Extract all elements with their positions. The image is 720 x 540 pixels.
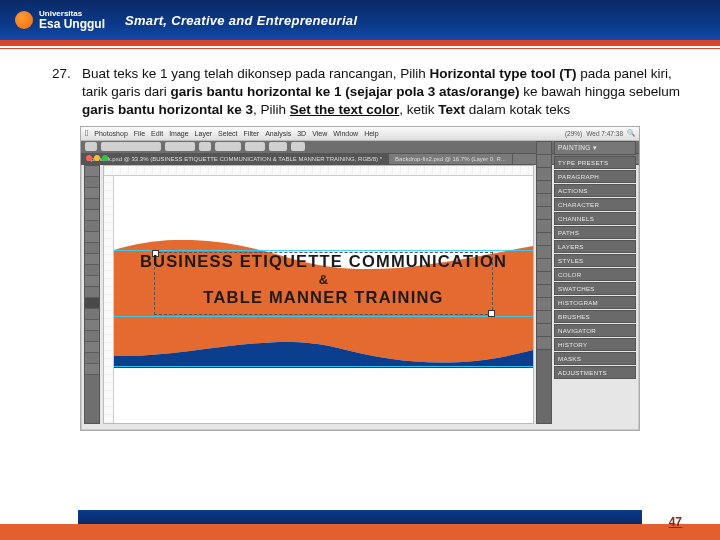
panel-channels[interactable]: CHANNELS <box>554 212 636 225</box>
text-color-swatch[interactable] <box>291 142 305 151</box>
shape-tool[interactable] <box>85 320 99 331</box>
marquee-tool[interactable] <box>85 177 99 188</box>
slide-footer: 47 <box>0 510 720 540</box>
panel-icon[interactable] <box>537 246 551 259</box>
tool-preset[interactable] <box>85 142 97 151</box>
footer-orange-bar <box>0 524 720 540</box>
brush-tool[interactable] <box>85 232 99 243</box>
type-tool[interactable] <box>85 298 99 309</box>
panel-paragraph[interactable]: PARAGRAPH <box>554 170 636 183</box>
font-size-select[interactable] <box>215 142 241 151</box>
logo-icon <box>15 11 33 29</box>
panel-icon[interactable] <box>537 298 551 311</box>
quick-mask[interactable] <box>85 364 99 375</box>
zoom-tool[interactable] <box>85 342 99 353</box>
panel-icon[interactable] <box>537 272 551 285</box>
window-controls <box>86 155 108 161</box>
banner-text-layer[interactable]: BUSINESS ETIQUETTE COMMUNICATION & TABLE… <box>114 252 533 307</box>
footer-blue-bar <box>78 510 642 524</box>
antialias-select[interactable] <box>245 142 265 151</box>
panel-styles[interactable]: STYLES <box>554 254 636 267</box>
menu-window[interactable]: Window <box>333 130 358 137</box>
panel-layers[interactable]: LAYERS <box>554 240 636 253</box>
panel-icon[interactable] <box>537 259 551 272</box>
ruler-vertical[interactable] <box>104 176 114 423</box>
stamp-tool[interactable] <box>85 243 99 254</box>
panel-navigator[interactable]: NAVIGATOR <box>554 324 636 337</box>
panel-icon[interactable] <box>537 285 551 298</box>
banner-line-1: BUSINESS ETIQUETTE COMMUNICATION <box>114 252 533 271</box>
close-icon[interactable] <box>86 155 92 161</box>
panel-icon[interactable] <box>537 155 551 168</box>
font-family-select[interactable] <box>101 142 161 151</box>
panel-icon[interactable] <box>537 337 551 350</box>
menu-photoshop[interactable]: Photoshop <box>94 130 127 137</box>
menu-3d[interactable]: 3D <box>297 130 306 137</box>
brand-logo: Universitas Esa Unggul <box>15 10 105 30</box>
menu-analysis[interactable]: Analysis <box>265 130 291 137</box>
hand-tool[interactable] <box>85 331 99 342</box>
panel-character[interactable]: CHARACTER <box>554 198 636 211</box>
document-tab-1[interactable]: Spanduk.psd @ 33.3% (BUSINESS ETIQUETTE … <box>81 154 389 164</box>
panel-masks[interactable]: MASKS <box>554 352 636 365</box>
panel-icon[interactable] <box>537 311 551 324</box>
lasso-tool[interactable] <box>85 188 99 199</box>
workspace-switcher[interactable]: PAINTING ▾ <box>554 141 636 155</box>
eyedropper-tool[interactable] <box>85 221 99 232</box>
eraser-tool[interactable] <box>85 254 99 265</box>
panel-actions[interactable]: ACTIONS <box>554 184 636 197</box>
tool-panel <box>84 165 100 424</box>
guide-2[interactable] <box>114 316 533 317</box>
panel-icon-strip <box>536 141 552 424</box>
panel-paths[interactable]: PATHS <box>554 226 636 239</box>
instruction-block: 27. Buat teks ke 1 yang telah dikonsep p… <box>0 49 720 126</box>
move-tool[interactable] <box>85 166 99 177</box>
menu-layer[interactable]: Layer <box>195 130 213 137</box>
menu-view[interactable]: View <box>312 130 327 137</box>
gradient-tool[interactable] <box>85 265 99 276</box>
banner-ampersand: & <box>114 272 533 287</box>
panel-history[interactable]: HISTORY <box>554 338 636 351</box>
text-align-buttons[interactable] <box>269 142 287 151</box>
menubar-clock: Wed 7:47:38 <box>586 130 623 137</box>
ruler-horizontal[interactable] <box>104 166 533 176</box>
menu-help[interactable]: Help <box>364 130 378 137</box>
panel-icon[interactable] <box>537 194 551 207</box>
blur-tool[interactable] <box>85 276 99 287</box>
panel-histogram[interactable]: HISTOGRAM <box>554 296 636 309</box>
spotlight-icon[interactable]: 🔍 <box>627 129 635 137</box>
panel-icon[interactable] <box>537 324 551 337</box>
panel-label-strip: PAINTING ▾ TYPE PRESETS PARAGRAPH ACTION… <box>554 141 636 424</box>
menu-file[interactable]: File <box>134 130 145 137</box>
apple-icon[interactable]:  <box>85 128 88 138</box>
menu-edit[interactable]: Edit <box>151 130 163 137</box>
pen-tool[interactable] <box>85 287 99 298</box>
slide-header: Universitas Esa Unggul Smart, Creative a… <box>0 0 720 40</box>
step-number: 27. <box>52 65 71 83</box>
panel-brushes[interactable]: BRUSHES <box>554 310 636 323</box>
panel-icon[interactable] <box>537 233 551 246</box>
panel-icon[interactable] <box>537 168 551 181</box>
font-style-select[interactable] <box>165 142 195 151</box>
panel-icon[interactable] <box>537 207 551 220</box>
document-tab-2[interactable]: Backdrop-fix2.psd @ 16.7% (Layer 0, R... <box>389 154 513 164</box>
menu-filter[interactable]: Filter <box>244 130 260 137</box>
guide-1[interactable] <box>114 250 533 251</box>
minimize-icon[interactable] <box>94 155 100 161</box>
path-tool[interactable] <box>85 309 99 320</box>
panel-icon[interactable] <box>537 142 551 155</box>
menu-select[interactable]: Select <box>218 130 237 137</box>
panel-color[interactable]: COLOR <box>554 268 636 281</box>
crop-tool[interactable] <box>85 210 99 221</box>
guide-3[interactable] <box>114 366 533 367</box>
panel-type-presets[interactable]: TYPE PRESETS <box>554 156 636 169</box>
menu-image[interactable]: Image <box>169 130 188 137</box>
panel-adjustments[interactable]: ADJUSTMENTS <box>554 366 636 379</box>
zoom-icon[interactable] <box>102 155 108 161</box>
panel-icon[interactable] <box>537 220 551 233</box>
wand-tool[interactable] <box>85 199 99 210</box>
panel-icon[interactable] <box>537 181 551 194</box>
swatch-fg-bg[interactable] <box>85 353 99 364</box>
panel-swatches[interactable]: SWATCHES <box>554 282 636 295</box>
canvas[interactable]: BUSINESS ETIQUETTE COMMUNICATION & TABLE… <box>114 176 533 423</box>
